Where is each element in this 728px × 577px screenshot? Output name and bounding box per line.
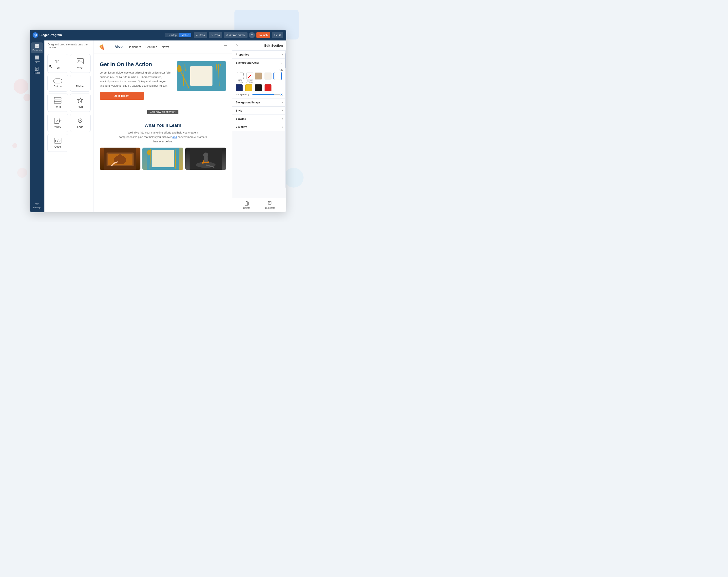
svg-rect-5 xyxy=(37,46,39,48)
canvas-area: 🍕 About Designers Features News ☰ Get In… xyxy=(94,41,232,212)
version-history-button[interactable]: ⟳ Version history xyxy=(224,32,248,38)
duplicate-button[interactable]: Duplicate xyxy=(265,201,276,209)
redo-button[interactable]: ↪ Redo xyxy=(209,32,222,38)
device-toggle: Desktop Mobile xyxy=(165,33,191,37)
properties-row[interactable]: Properties › xyxy=(232,51,286,59)
svg-rect-29 xyxy=(190,66,212,86)
top-bar-actions: ↩ Undo ↪ Redo ⟳ Version history ? Launch… xyxy=(194,32,283,38)
desktop-btn[interactable]: Desktop xyxy=(165,33,179,37)
svg-rect-19 xyxy=(54,98,61,99)
background-color-content: Edit ADD COLOR CLEAR COLOR xyxy=(232,67,286,98)
sidebar-item-layout[interactable]: Layout xyxy=(31,54,43,64)
delete-label: Delete xyxy=(243,207,250,209)
svg-rect-15 xyxy=(77,58,83,64)
transparency-label: Transparency xyxy=(236,93,251,96)
undo-button[interactable]: ↩ Undo xyxy=(194,32,207,38)
transparency-slider[interactable] xyxy=(253,94,283,95)
nav-link-about[interactable]: About xyxy=(115,45,123,49)
element-card-image[interactable]: Image xyxy=(70,54,91,73)
element-card-form[interactable]: Form xyxy=(47,94,68,112)
element-card-divider[interactable]: Divider xyxy=(70,75,91,91)
nav-link-news[interactable]: News xyxy=(162,45,169,49)
color-swatch-tan[interactable] xyxy=(255,73,262,79)
nav-hamburger-icon[interactable]: ☰ xyxy=(224,45,227,49)
sidebar-item-settings[interactable]: Settings xyxy=(31,200,43,210)
style-label: Style xyxy=(236,109,242,112)
exit-button[interactable]: Exit ✕ xyxy=(272,32,283,38)
hero-cta-button[interactable]: Join Today! xyxy=(100,92,144,100)
style-chevron-icon: › xyxy=(282,109,283,112)
style-header[interactable]: Style › xyxy=(232,107,286,114)
color-swatch-cream[interactable] xyxy=(264,73,271,79)
mobile-btn[interactable]: Mobile xyxy=(179,33,191,37)
hero-content: Get In On the Action Lorem ipsum doloons… xyxy=(100,61,171,100)
visibility-header[interactable]: Visibility › xyxy=(232,123,286,131)
sidebar-item-elements[interactable]: Elements xyxy=(31,43,43,53)
add-color-button[interactable] xyxy=(237,73,243,79)
color-swatch-white[interactable] xyxy=(274,73,281,79)
help-icon-button[interactable]: ? xyxy=(249,32,255,38)
nav-link-designers[interactable]: Designers xyxy=(128,45,141,49)
image-element-label: Image xyxy=(77,65,84,69)
svg-line-46 xyxy=(175,149,176,168)
sidebar-item-pages[interactable]: Pages xyxy=(31,65,43,76)
browser-window: Bloger Program Desktop Mobile ↩ Undo ↪ R… xyxy=(30,30,286,212)
clear-color-cell: CLEAR COLOR xyxy=(245,73,254,83)
clear-color-button[interactable] xyxy=(246,73,253,79)
sidebar-pages-label: Pages xyxy=(34,72,40,74)
launch-button[interactable]: Launch xyxy=(256,32,270,38)
svg-rect-23 xyxy=(54,118,59,123)
element-card-logo[interactable]: Logo xyxy=(70,114,91,132)
image-element-icon xyxy=(77,58,84,64)
spacing-header[interactable]: Spacing › xyxy=(232,115,286,123)
element-card-code[interactable]: Code xyxy=(47,134,68,152)
properties-label: Properties xyxy=(236,53,249,56)
panel-header: Drag and drop elements onto the canvas. xyxy=(45,41,94,51)
background-color-header[interactable]: Background Color ⌄ xyxy=(232,59,286,67)
visibility-section: Visibility › xyxy=(232,123,286,131)
delete-button[interactable]: Delete xyxy=(243,201,250,209)
element-card-video[interactable]: Video xyxy=(47,114,68,132)
visibility-label: Visibility xyxy=(236,125,247,128)
color-swatch-yellow[interactable] xyxy=(245,84,252,91)
visibility-chevron-icon: › xyxy=(282,126,283,128)
background-color-label: Background Color xyxy=(236,61,259,64)
logo-area: Bloger Program xyxy=(32,32,62,38)
svg-rect-20 xyxy=(54,100,61,102)
sidebar-elements-label: Elements xyxy=(32,49,42,51)
svg-point-24 xyxy=(56,120,57,122)
svg-point-51 xyxy=(203,153,208,157)
color-swatch-navy[interactable] xyxy=(236,84,242,91)
divider-element-label: Divider xyxy=(76,85,84,88)
properties-chevron-icon: › xyxy=(282,53,283,56)
element-card-icon[interactable]: Icon xyxy=(70,94,91,112)
svg-rect-52 xyxy=(204,157,208,162)
svg-rect-6 xyxy=(35,55,39,57)
svg-point-1 xyxy=(35,34,36,35)
drag-hint: Drag and drop elements onto the canvas. xyxy=(48,43,87,49)
background-image-header[interactable]: Background Image › xyxy=(232,99,286,106)
element-card-text[interactable]: T Text xyxy=(47,54,68,73)
edit-label[interactable]: Edit xyxy=(236,69,283,72)
svg-point-47 xyxy=(147,150,150,156)
add-row-button[interactable]: ADD ROW OR SECTION xyxy=(147,110,178,114)
svg-rect-4 xyxy=(35,46,37,48)
svg-line-27 xyxy=(57,139,58,142)
button-element-icon xyxy=(53,78,62,83)
site-logo: 🍕 xyxy=(99,44,105,50)
logo-element-label: Logo xyxy=(77,125,83,128)
color-swatch-red[interactable] xyxy=(264,84,271,91)
transparency-row: Transparency xyxy=(236,93,283,96)
add-color-cell: ADD COLOR xyxy=(236,73,244,83)
svg-rect-17 xyxy=(54,79,62,83)
close-icon[interactable]: ✕ xyxy=(236,44,239,47)
color-swatch-black[interactable] xyxy=(255,84,262,91)
main-area: Elements Layout Pages xyxy=(30,41,286,212)
svg-point-37 xyxy=(177,65,181,72)
right-panel-scrollbar[interactable] xyxy=(285,51,286,188)
icon-element-icon xyxy=(77,97,83,104)
right-panel-header: ✕ Edit Section xyxy=(232,41,286,51)
nav-link-features[interactable]: Features xyxy=(146,45,157,49)
element-card-button[interactable]: Button xyxy=(47,75,68,91)
style-section: Style › xyxy=(232,107,286,115)
